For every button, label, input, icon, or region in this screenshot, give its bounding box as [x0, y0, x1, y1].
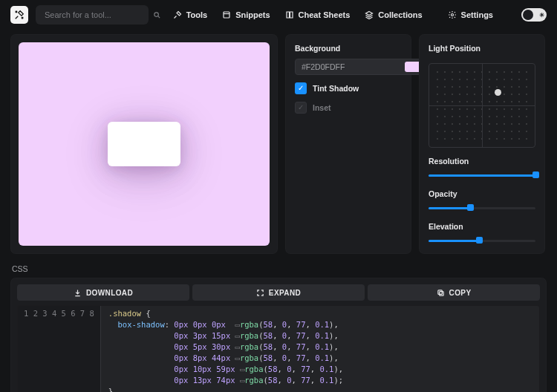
opacity-slider[interactable] — [429, 203, 535, 213]
collections-icon — [365, 10, 374, 19]
light-position-grid[interactable] — [429, 63, 535, 148]
toggle-knob — [523, 10, 533, 20]
inset-label: Inset — [313, 103, 331, 112]
svg-rect-1 — [224, 12, 229, 18]
button-label: EXPAND — [269, 289, 301, 297]
background-color-input[interactable] — [295, 59, 426, 75]
preview-canvas[interactable] — [19, 42, 270, 246]
tools-icon — [173, 10, 182, 19]
nav-label: Cheat Sheets — [299, 10, 351, 19]
nav-label: Settings — [461, 10, 493, 19]
nav-label: Tools — [186, 10, 208, 19]
copy-button[interactable]: COPY — [368, 284, 540, 301]
expand-button[interactable]: EXPAND — [192, 284, 365, 301]
gear-icon — [448, 10, 457, 19]
light-position-label: Light Position — [429, 44, 535, 53]
button-label: COPY — [449, 289, 472, 297]
svg-rect-3 — [439, 291, 443, 295]
download-button[interactable]: DOWNLOAD — [17, 284, 189, 301]
svg-rect-4 — [437, 290, 442, 294]
preview-shape[interactable] — [108, 122, 180, 166]
code-gutter: 1 2 3 4 5 6 7 8 — [18, 306, 101, 392]
code-block[interactable]: 1 2 3 4 5 6 7 8 .shadow { box-shadow: 0p… — [17, 305, 540, 392]
slider-thumb[interactable] — [532, 172, 539, 178]
code-lines: .shadow { box-shadow: 0px 0px 0px ▭rgba(… — [101, 306, 351, 392]
nav-settings[interactable]: Settings — [448, 10, 493, 19]
slider-thumb[interactable] — [467, 204, 474, 211]
sun-icon: ☀ — [539, 12, 544, 19]
code-output-panel: DOWNLOAD EXPAND COPY 1 2 3 4 5 6 7 8 .sh… — [10, 278, 547, 392]
check-icon: ✓ — [298, 85, 304, 92]
background-label: Background — [295, 44, 402, 53]
slider-fill — [429, 207, 470, 209]
check-icon: ✓ — [298, 104, 304, 111]
app-logo[interactable] — [10, 6, 28, 24]
svg-point-0 — [154, 12, 159, 16]
search-field[interactable] — [36, 5, 149, 24]
light-panel: Light Position Resolution Opacity El — [419, 34, 545, 254]
light-position-handle[interactable] — [495, 89, 501, 96]
copy-icon — [437, 289, 445, 297]
download-icon — [74, 289, 82, 297]
nav-label: Snippets — [235, 10, 270, 19]
search-input[interactable] — [43, 10, 149, 20]
background-color-text[interactable] — [300, 62, 400, 72]
output-language-label: CSS — [12, 264, 545, 273]
elevation-label: Elevation — [429, 222, 535, 231]
nav-snippets[interactable]: Snippets — [222, 10, 270, 19]
button-label: DOWNLOAD — [86, 289, 133, 297]
inset-checkbox[interactable]: ✓ — [295, 102, 307, 114]
grid-axis-h — [429, 105, 535, 106]
book-icon — [285, 10, 294, 19]
nav-collections[interactable]: Collections — [365, 10, 422, 19]
inset-row[interactable]: ✓ Inset — [295, 102, 402, 114]
resolution-slider[interactable] — [429, 170, 535, 180]
expand-icon — [256, 289, 264, 297]
elevation-slider[interactable] — [429, 235, 535, 246]
tint-shadow-checkbox[interactable]: ✓ — [295, 82, 307, 94]
nav-cheatsheets[interactable]: Cheat Sheets — [285, 10, 351, 19]
search-icon — [153, 11, 161, 19]
snippets-icon — [222, 10, 231, 19]
slider-fill — [429, 174, 535, 177]
slider-thumb[interactable] — [476, 237, 483, 244]
nav-label: Collections — [378, 10, 422, 19]
preview-panel — [10, 34, 278, 254]
svg-point-2 — [451, 14, 453, 16]
opacity-label: Opacity — [429, 189, 535, 198]
resolution-label: Resolution — [429, 157, 535, 166]
nav-tools[interactable]: Tools — [173, 10, 208, 19]
tint-shadow-label: Tint Shadow — [313, 84, 359, 93]
slider-fill — [429, 240, 479, 242]
theme-toggle[interactable]: ☾ ☀ — [521, 8, 547, 22]
tint-shadow-row[interactable]: ✓ Tint Shadow — [295, 82, 402, 94]
properties-panel: Background ✓ Tint Shadow ✓ Inset — [285, 34, 411, 254]
